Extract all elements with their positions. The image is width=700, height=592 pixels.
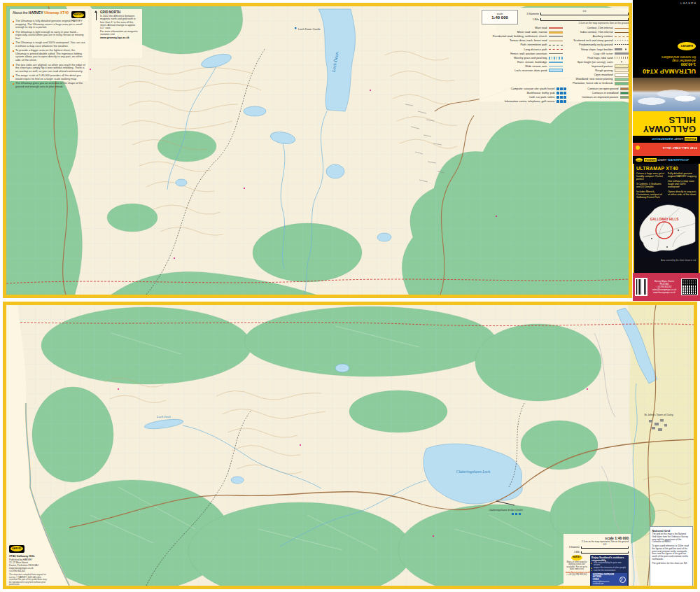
front-cover-panel-rotated: XT40 GALLOWAY HILLS TOUGH LIGHT WATERPRO… bbox=[633, 0, 700, 153]
legend-row: Contours on improved pasture bbox=[574, 95, 629, 99]
legend-symbol bbox=[615, 48, 629, 50]
legend-row: Loch; reservoir; dam; pond bbox=[482, 69, 563, 73]
hostel-icon bbox=[564, 87, 566, 90]
legend-label: Predominantly rocky ground bbox=[579, 43, 612, 46]
band-tough-label: TOUGH bbox=[685, 138, 697, 141]
top-map-sheet: Loch Doon Castle Loch Doon About the HAR… bbox=[3, 3, 632, 298]
legend-label: Café; car park; toilets bbox=[529, 96, 555, 99]
back-cover-features: Covers a large area yet is handily compa… bbox=[633, 171, 700, 201]
km-scale-bar: 0.5 bbox=[581, 547, 629, 549]
legend-label: Main road bbox=[535, 27, 547, 29]
cover-tagline1: All-weather map bbox=[637, 59, 696, 63]
national-grid-para: The grid letters for this sheet are NX. bbox=[652, 563, 691, 565]
legend-panel: scale 1:40 000 1 Kilometre 0.5 1 Mile 2.… bbox=[479, 8, 631, 101]
publisher-heading: XT40 Galloway Hills bbox=[9, 554, 47, 558]
band-waterproof-label: WATERPROOF bbox=[652, 138, 673, 141]
about-bullet: The two sides are aligned, so when you r… bbox=[13, 64, 85, 73]
cover-tagline2: for runners and walkers bbox=[637, 55, 696, 59]
contact-line: www.harveymaps.co.uk bbox=[650, 291, 680, 294]
legend-facilities: Campsite; caravan site; youth hostel Bun… bbox=[482, 87, 570, 104]
tough-light-waterproof-band: HARVEY TOUGH LIGHT WATERPROOF bbox=[633, 156, 700, 164]
grid-north-body: In 2022 the difference between magnetic … bbox=[100, 15, 140, 30]
bottom-right-info-panel: scale 1:40 000 2.5cm on the map represen… bbox=[564, 534, 631, 586]
scale-bars: 1 Kilometre 0.5 1 Mile 2.5cm on the map … bbox=[521, 10, 629, 24]
feature-item: Opens directly to any part, at either si… bbox=[668, 190, 696, 196]
legend-label: Tarmac drive; track; forest road bbox=[510, 39, 547, 42]
feature-item: Use without a map case: tough and 100% w… bbox=[668, 180, 696, 188]
legend-label: Contours on improved pasture bbox=[582, 96, 618, 99]
tough-light-waterproof-band: TOUGH LIGHT WATERPROOF bbox=[633, 136, 700, 143]
access-code-url: www.outdooraccess-scotland.com bbox=[593, 581, 618, 585]
feature-item: Fully detailed, genuine original HARVEY … bbox=[668, 172, 696, 178]
legend-label: Steep slope; large boulder bbox=[581, 48, 612, 51]
contact-block: Harvey Maps, Doune FK16 6BJ t 01786 8412… bbox=[650, 280, 680, 294]
cover-footer: HARVEY HARVEY bbox=[633, 0, 700, 54]
parking-icon bbox=[560, 96, 563, 99]
locator-map: GALLOWAY HILLS bbox=[636, 202, 696, 258]
legend-label: Loch; reservoir; dam; pond bbox=[514, 69, 547, 72]
harvey-logo-text: HARVEY bbox=[680, 44, 693, 48]
loch-doon-castle-label: Loch Doon Castle bbox=[298, 27, 321, 31]
legend-label: Bunkhouse; bothy; pub bbox=[527, 92, 555, 94]
harvey-promo-block: HARVEY Maps of other popular walking are… bbox=[566, 555, 588, 588]
harvey-logo-icon: HARVEY bbox=[9, 545, 24, 553]
about-bullet: The Ultramap gives you an overview of th… bbox=[13, 82, 85, 88]
harvey-logo-text: HARVEY bbox=[12, 547, 22, 550]
harvey-logo-text: HARVEY bbox=[74, 13, 83, 16]
legend-label: Crag; cliff; scree bbox=[593, 52, 612, 55]
km-scale-bar: 0.5 bbox=[540, 13, 629, 15]
legend-symbol bbox=[615, 36, 629, 37]
cafe-icon bbox=[556, 96, 559, 99]
folded-cover-column: XT40 GALLOWAY HILLS TOUGH LIGHT WATERPRO… bbox=[633, 0, 700, 301]
band-waterproof-label: WATERPROOF bbox=[668, 158, 689, 162]
band-light-label: LIGHT bbox=[674, 138, 683, 141]
legend-label: Campsite; caravan site; youth hostel bbox=[511, 87, 555, 90]
km-bar-label: 1 Kilometre bbox=[521, 13, 539, 15]
legend-label: Fence; wall; position uncertain bbox=[510, 52, 547, 55]
legend-label: Marshy grass and peat bog bbox=[514, 57, 547, 59]
legend-lines-column: Main road Minor road: wide, narrow Resid… bbox=[482, 26, 563, 85]
legend-symbol bbox=[615, 61, 629, 63]
harvey-logo-icon: HARVEY bbox=[71, 11, 85, 18]
grid-north-footer: For more information on magnetic variati… bbox=[100, 30, 140, 36]
scale-note: 2.5cm on the map represents 1km on the g… bbox=[566, 540, 629, 543]
bothy-icon bbox=[560, 92, 563, 94]
about-title-product: Ultramap XT40 bbox=[44, 10, 69, 15]
national-grid-para: To give a grid reference to 100m: read t… bbox=[652, 545, 691, 561]
legend-label: Contour, 15m interval bbox=[587, 27, 613, 29]
visitor-centre-icons bbox=[512, 513, 521, 515]
colour-chip bbox=[620, 92, 629, 94]
locator-map-canvas: GALLOWAY HILLS bbox=[636, 202, 696, 258]
legend-label: Wide stream; weir bbox=[525, 65, 547, 68]
pub-icon bbox=[564, 92, 566, 94]
band-tough-label: TOUGH bbox=[644, 158, 657, 162]
back-cover-panel: HARVEY TOUGH LIGHT WATERPROOF ULTRAMAP X… bbox=[633, 153, 700, 301]
cover-scale: 1:40,000 bbox=[637, 63, 696, 67]
about-panel: About the HARVEY Ultramap XT40 HARVEY Th… bbox=[10, 9, 88, 81]
legend-symbol bbox=[549, 31, 563, 34]
spine-text: XT40 GALLOWAY HILLS bbox=[663, 146, 697, 149]
legend-symbol bbox=[549, 45, 563, 45]
legend-row: Plantation; forest ride or firebreak bbox=[566, 81, 629, 85]
golf-icon bbox=[564, 100, 566, 103]
campsite-icon bbox=[556, 87, 559, 90]
bunkhouse-icon bbox=[556, 92, 559, 94]
legend-symbol bbox=[549, 66, 563, 66]
back-cover-heading: ULTRAMAP XT40 bbox=[633, 164, 700, 171]
legend-label: Plantation; forest ride or firebreak bbox=[573, 82, 613, 85]
mile-scale-bar bbox=[581, 551, 629, 554]
grid-north-url: www.geomag.bgs.ac.uk bbox=[100, 36, 140, 39]
mile-bar-label: 1 Mile bbox=[521, 18, 539, 21]
telephone-icon bbox=[560, 100, 563, 103]
national-grid-title: National Grid bbox=[652, 529, 691, 533]
scale-note: 2.5cm on the map represents 1km on the g… bbox=[521, 22, 629, 24]
visitor-centre-label: Clatteringshaws Visitor Centre bbox=[489, 509, 523, 512]
about-title-brand: HARVEY bbox=[29, 10, 43, 15]
walker-logo-icon bbox=[620, 577, 626, 583]
cover-series-title: ULTRAMAP XT40 bbox=[633, 68, 700, 78]
cover-scale-block: 1:40,000 All-weather map for runners and… bbox=[633, 54, 700, 68]
cover-title-line1: GALLOWAY bbox=[637, 125, 696, 134]
about-bullet: The magic scale of 1:40,000 provides all… bbox=[13, 74, 85, 80]
legend-label: Auxiliary contour bbox=[593, 35, 613, 38]
harvey-dot-icon bbox=[636, 146, 640, 150]
